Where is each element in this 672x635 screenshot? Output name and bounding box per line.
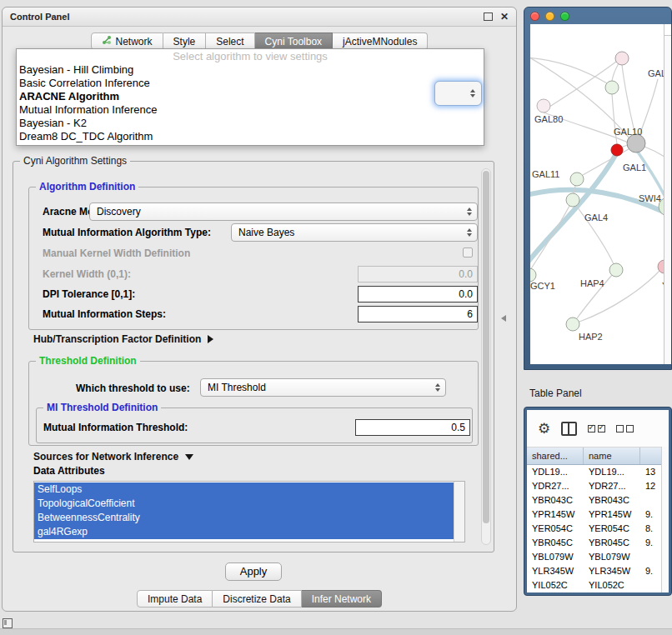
- which-threshold-select[interactable]: MI Threshold: [200, 378, 446, 397]
- algorithm-definition-title: Algorithm Definition: [36, 181, 138, 192]
- which-threshold-value: MI Threshold: [208, 382, 266, 393]
- dpi-tolerance-input[interactable]: [358, 286, 478, 302]
- settings-scrollbar[interactable]: [481, 168, 491, 545]
- chevron-up-down-icon: [435, 383, 440, 392]
- table-row[interactable]: YER054CYER054C8.: [527, 522, 669, 536]
- network-edge: [622, 65, 635, 135]
- tab-discretize-data[interactable]: Discretize Data: [213, 590, 301, 608]
- algorithm-option-basic-correlation-inference[interactable]: Basic Correlation Inference: [17, 77, 484, 90]
- table-row[interactable]: YPR145WYPR145W9.: [527, 508, 669, 522]
- scrollbar-thumb[interactable]: [483, 171, 489, 523]
- table-row[interactable]: YLR345WYLR345W9.: [527, 564, 669, 578]
- attribute-item-topologicalcoefficient[interactable]: TopologicalCoefficient: [34, 497, 454, 511]
- table-cell: YPR145W: [527, 508, 584, 522]
- column-header[interactable]: shared...: [527, 448, 584, 464]
- tab-network[interactable]: Network: [91, 32, 163, 50]
- node-label-hap2: HAP2: [579, 332, 603, 342]
- column-header[interactable]: name: [584, 448, 640, 464]
- table-row[interactable]: YBR043CYBR043C: [527, 493, 669, 508]
- close-icon[interactable]: ✕: [500, 12, 509, 22]
- chevron-down-icon: [185, 454, 193, 460]
- network-node[interactable]: [566, 193, 579, 207]
- table-row[interactable]: YBR045CYBR045C9.: [527, 536, 669, 550]
- node-label-gal11: GAL11: [532, 169, 559, 179]
- mi-threshold-input[interactable]: [355, 419, 470, 436]
- table-row[interactable]: YBL079WYBL079W: [527, 550, 669, 564]
- network-graph: GALGAL80GAL10GAL11GAL1SWI4GAL4GCY1HAP4HA…: [530, 24, 664, 364]
- table-cell: YBR043C: [584, 493, 640, 508]
- table-cell: YLR345W: [527, 564, 584, 578]
- network-node[interactable]: [570, 172, 584, 186]
- algorithm-option-bayesian-hill-climbing[interactable]: Bayesian - Hill Climbing: [17, 63, 484, 77]
- dpi-tolerance-label: DPI Tolerance [0,1]:: [43, 288, 135, 300]
- table-cell: YDL19...: [527, 465, 584, 479]
- zoom-button[interactable]: [560, 12, 569, 21]
- network-node[interactable]: [537, 99, 550, 112]
- table-row[interactable]: YDL19...YDL19...13: [527, 465, 669, 479]
- tab-jactivemnodules[interactable]: jActiveMNodules: [333, 32, 428, 50]
- aracne-mode-select[interactable]: Discovery: [89, 202, 478, 221]
- gear-icon[interactable]: ⚙: [538, 422, 550, 436]
- network-node[interactable]: [611, 144, 623, 156]
- hub-tf-definition-label: Hub/Transcription Factor Definition: [33, 333, 201, 345]
- tab-label: Select: [216, 36, 243, 48]
- algorithm-option-aracne-algorithm[interactable]: ARACNE Algorithm: [17, 90, 484, 103]
- tab-impute-data[interactable]: Impute Data: [137, 590, 213, 608]
- table-cell: YIL052C: [584, 578, 640, 592]
- network-node[interactable]: [530, 268, 536, 282]
- algorithm-combobox[interactable]: [434, 81, 482, 106]
- network-edge: [612, 63, 619, 81]
- network-edge: [530, 206, 569, 272]
- float-panel-icon[interactable]: [484, 12, 493, 21]
- network-canvas[interactable]: GALGAL80GAL10GAL11GAL1SWI4GAL4GCY1HAP4HA…: [530, 24, 664, 364]
- tab-select[interactable]: Select: [206, 32, 254, 50]
- hub-tf-definition-toggle[interactable]: Hub/Transcription Factor Definition: [33, 333, 213, 345]
- tab-cyni-toolbox[interactable]: Cyni Toolbox: [255, 32, 333, 50]
- network-node[interactable]: [605, 81, 619, 94]
- table-cell: YBR045C: [527, 536, 584, 550]
- combobox-stepper-icon: [470, 89, 475, 98]
- attribute-item-betweennesscentrality[interactable]: BetweennessCentrality: [34, 511, 454, 525]
- chevron-up-down-icon: [467, 228, 472, 237]
- list-scrollbar[interactable]: [454, 482, 464, 542]
- table-row[interactable]: YIL052CYIL052C: [527, 578, 669, 592]
- network-window-titlebar: [524, 8, 671, 24]
- algorithm-option-bayesian-k2[interactable]: Bayesian - K2: [17, 117, 484, 130]
- sources-label: Sources for Network Inference: [33, 451, 178, 462]
- select-all-icon[interactable]: [588, 425, 605, 432]
- settings-group-title: Cyni Algorithm Settings: [20, 155, 130, 167]
- panel-collapse-arrow-icon[interactable]: [501, 315, 506, 322]
- algorithm-option-dream8-dc-tdc-algorithm[interactable]: Dream8 DC_TDC Algorithm: [17, 130, 484, 143]
- apply-button[interactable]: Apply: [225, 562, 282, 581]
- minimize-button[interactable]: [545, 12, 554, 21]
- node-label-gal1: GAL1: [623, 162, 646, 172]
- close-button[interactable]: [530, 12, 539, 21]
- node-label-hap4: HAP4: [580, 278, 604, 288]
- network-node[interactable]: [566, 318, 579, 331]
- network-node[interactable]: [615, 52, 629, 65]
- tab-label: jActiveMNodules: [343, 36, 417, 48]
- node-label-swi4: SWI4: [639, 193, 661, 203]
- table-row[interactable]: YDR27...YDR27...12: [527, 479, 669, 493]
- algorithm-option-mutual-information-inference[interactable]: Mutual Information Inference: [17, 103, 484, 117]
- table-scrollbar[interactable]: [661, 447, 669, 592]
- tab-infer-network[interactable]: Infer Network: [302, 590, 382, 608]
- tab-style[interactable]: Style: [163, 32, 207, 50]
- attribute-item-selfloops[interactable]: SelfLoops: [34, 482, 454, 497]
- mi-steps-input[interactable]: [358, 306, 478, 322]
- table-toolbar: ⚙: [527, 410, 669, 448]
- threshold-definition-group: Threshold Definition Which threshold to …: [28, 361, 479, 446]
- network-node[interactable]: [627, 134, 645, 152]
- column-chooser-icon[interactable]: [561, 422, 577, 436]
- restore-panel-icon[interactable]: [3, 618, 13, 628]
- network-node[interactable]: [609, 263, 623, 277]
- chevron-right-icon: [208, 335, 213, 343]
- attribute-item-gal4rgexp[interactable]: gal4RGexp: [34, 525, 454, 539]
- mi-type-select[interactable]: Naive Bayes: [231, 223, 478, 242]
- network-scrollbar[interactable]: [664, 24, 671, 364]
- deselect-all-icon[interactable]: [616, 425, 634, 432]
- mi-threshold-label: Mutual Information Threshold:: [43, 422, 188, 433]
- node-label-gal80: GAL80: [534, 114, 563, 124]
- algorithm-placeholder: Select algorithm to view settings: [17, 50, 484, 63]
- sources-toggle[interactable]: Sources for Network Inference: [33, 451, 193, 462]
